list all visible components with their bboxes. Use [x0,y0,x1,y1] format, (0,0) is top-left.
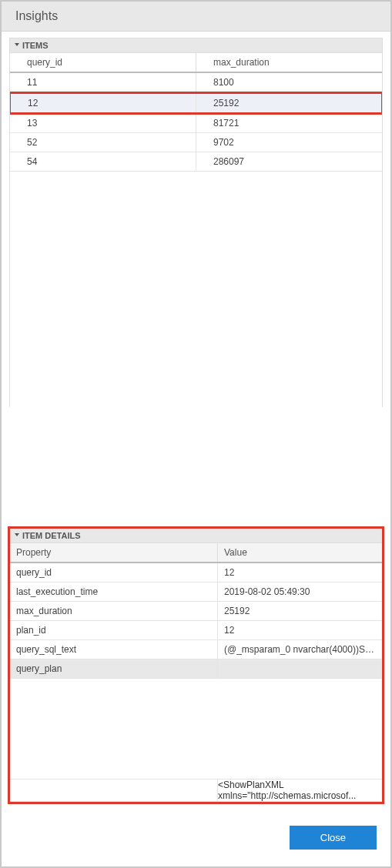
details-header: Property Value [10,543,382,563]
collapse-icon [15,533,19,536]
details-row[interactable]: query_plan [10,659,382,679]
cell-max-duration: 81721 [196,114,382,132]
detail-value: (@_msparam_0 nvarchar(4000))SELECT [218,640,382,659]
grid-header: query_id max_duration [10,53,382,73]
plan-xml-prop [10,780,218,801]
cell-max-duration: 9702 [196,133,382,152]
detail-property: query_sql_text [10,640,218,659]
details-section-label: ITEM DETAILS [22,531,81,540]
table-row[interactable]: 118100 [10,73,382,92]
button-bar: Close [2,812,390,866]
cell-query-id: 54 [10,152,196,171]
cell-max-duration: 286097 [196,152,382,171]
table-row[interactable]: 529702 [10,133,382,152]
table-row[interactable]: 54286097 [10,152,382,172]
detail-value: 25192 [218,602,382,620]
items-section-label: ITEMS [22,41,49,50]
plan-xml-row[interactable]: <ShowPlanXML xmlns="http://schemas.micro… [10,779,382,802]
col-value[interactable]: Value [218,543,382,562]
detail-property: plan_id [10,621,218,639]
cell-query-id: 11 [10,73,196,92]
dialog-title: Insights [2,2,390,32]
detail-value: 12 [218,621,382,639]
details-row[interactable]: plan_id12 [10,621,382,640]
col-max-duration[interactable]: max_duration [196,53,382,72]
close-button[interactable]: Close [290,826,377,850]
cell-query-id: 52 [10,133,196,152]
plan-xml-value: <ShowPlanXML xmlns="http://schemas.micro… [218,780,382,801]
cell-max-duration: 8100 [196,73,382,92]
table-row[interactable]: 1225192 [9,92,383,115]
content-area: ITEMS query_id max_duration 118100122519… [2,32,390,812]
items-grid: query_id max_duration 118100122519213817… [9,53,383,407]
plan-area: <ShowPlanXML xmlns="http://schemas.micro… [10,679,382,802]
table-row[interactable]: 1381721 [10,114,382,133]
details-row[interactable]: last_execution_time2019-08-02 05:49:30 [10,583,382,602]
detail-property: max_duration [10,602,218,620]
detail-value [218,659,382,678]
cell-query-id: 12 [11,94,196,112]
details-table: Property Value query_id12last_execution_… [10,543,382,679]
details-section-header[interactable]: ITEM DETAILS [10,529,382,543]
details-row[interactable]: query_sql_text(@_msparam_0 nvarchar(4000… [10,640,382,659]
item-details-highlight: ITEM DETAILS Property Value query_id12la… [8,526,384,804]
details-row[interactable]: max_duration25192 [10,602,382,621]
detail-property: query_id [10,563,218,582]
cell-max-duration: 25192 [196,94,381,112]
detail-value: 2019-08-02 05:49:30 [218,583,382,601]
details-row[interactable]: query_id12 [10,563,382,583]
col-query-id[interactable]: query_id [10,53,196,72]
detail-property: query_plan [10,659,218,678]
detail-value: 12 [218,563,382,582]
detail-property: last_execution_time [10,583,218,601]
collapse-icon [15,43,19,46]
col-property[interactable]: Property [10,543,218,562]
items-section-header[interactable]: ITEMS [9,38,383,53]
cell-query-id: 13 [10,114,196,132]
